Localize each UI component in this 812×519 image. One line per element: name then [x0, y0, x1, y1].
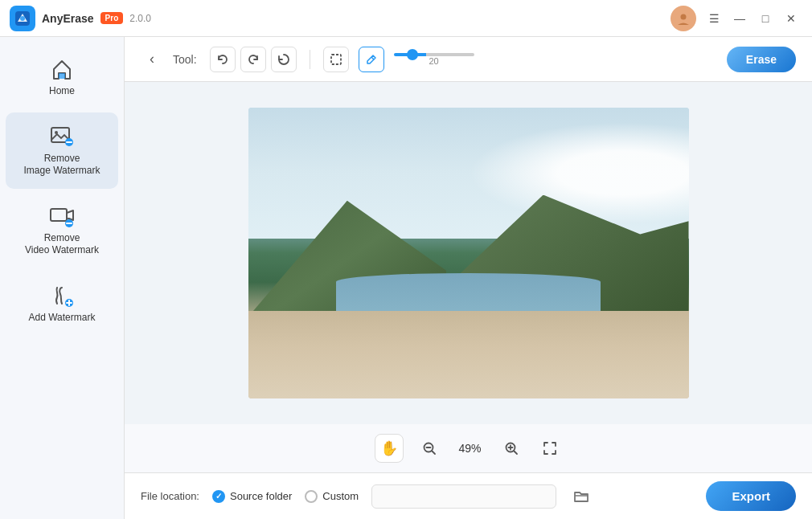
sidebar-home-label: Home: [49, 85, 75, 98]
brush-size-control: 20: [394, 53, 474, 66]
add-watermark-icon: [49, 283, 75, 309]
file-location-label: File location:: [141, 490, 199, 502]
sidebar-remove-video-label: RemoveVideo Watermark: [25, 232, 99, 257]
zoom-in-button[interactable]: [498, 435, 524, 461]
source-folder-radio[interactable]: [212, 490, 225, 503]
custom-label: Custom: [322, 490, 359, 502]
svg-line-19: [432, 452, 435, 455]
svg-line-23: [514, 452, 517, 455]
avatar-button[interactable]: [671, 6, 696, 31]
source-folder-label: Source folder: [230, 490, 292, 502]
redo-button[interactable]: [240, 47, 266, 72]
preview-image[interactable]: [248, 108, 689, 398]
brush-tool-button[interactable]: [359, 47, 384, 72]
window-controls: ☰ — □ ✕: [703, 7, 802, 30]
undo-button[interactable]: [210, 47, 236, 72]
pan-tool-button[interactable]: ✋: [375, 434, 404, 463]
sidebar-item-home[interactable]: Home: [6, 45, 118, 109]
close-button[interactable]: ✕: [780, 7, 802, 30]
custom-radio[interactable]: [305, 490, 318, 503]
source-folder-option[interactable]: Source folder: [212, 490, 292, 503]
reset-button[interactable]: [271, 47, 297, 72]
erase-button[interactable]: Erase: [727, 47, 796, 72]
image-container: [248, 108, 689, 398]
sidebar-item-remove-image[interactable]: RemoveImage Watermark: [6, 112, 118, 189]
content-area: ‹ Tool:: [125, 37, 812, 519]
zoom-percent: 49%: [455, 442, 486, 455]
tool-label: Tool:: [173, 53, 197, 66]
footer: File location: Source folder Custom Expo…: [125, 472, 812, 519]
app-name: AnyErase: [42, 12, 94, 25]
svg-point-1: [20, 16, 25, 21]
sidebar-item-add-watermark[interactable]: Add Watermark: [6, 272, 118, 336]
minimize-button[interactable]: —: [728, 7, 751, 30]
maximize-button[interactable]: □: [754, 7, 777, 30]
svg-rect-4: [59, 73, 65, 79]
title-bar: AnyErase Pro 2.0.0 ☰ — □ ✕: [0, 0, 812, 37]
fullscreen-button[interactable]: [537, 435, 563, 461]
toolbar-separator: [310, 50, 310, 69]
title-bar-right: ☰ — □ ✕: [671, 6, 802, 31]
custom-option[interactable]: Custom: [305, 490, 359, 503]
svg-rect-15: [331, 55, 341, 64]
remove-video-icon: [49, 203, 75, 229]
brush-size-value: 20: [429, 56, 438, 66]
back-button[interactable]: ‹: [141, 48, 163, 71]
sidebar-item-remove-video[interactable]: RemoveVideo Watermark: [6, 192, 118, 268]
svg-rect-9: [51, 209, 67, 221]
home-icon: [49, 56, 75, 82]
sidebar: Home RemoveImage Watermark: [0, 37, 125, 519]
clouds-layer: [469, 122, 689, 224]
title-bar-left: AnyErase Pro 2.0.0: [10, 6, 151, 31]
zoom-controls: ✋ 49%: [125, 424, 812, 472]
menu-button[interactable]: ☰: [703, 7, 725, 30]
selection-tool-button[interactable]: [323, 47, 349, 72]
svg-point-3: [681, 14, 687, 19]
app-version: 2.0.0: [129, 13, 151, 24]
svg-line-16: [371, 57, 374, 59]
app-icon: [10, 6, 35, 31]
main-layout: Home RemoveImage Watermark: [0, 37, 812, 519]
export-button[interactable]: Export: [706, 481, 796, 511]
sidebar-add-watermark-label: Add Watermark: [29, 312, 96, 325]
sidebar-remove-image-label: RemoveImage Watermark: [24, 153, 100, 178]
canvas-area: [125, 82, 812, 424]
browse-folder-button[interactable]: [569, 484, 593, 509]
remove-image-icon: [49, 124, 75, 149]
pro-badge: Pro: [100, 12, 124, 24]
zoom-out-button[interactable]: [416, 435, 442, 461]
custom-path-input[interactable]: [371, 484, 556, 509]
toolbar: ‹ Tool:: [125, 37, 812, 82]
foreground-layer: [248, 311, 689, 398]
tool-buttons: [210, 47, 297, 72]
